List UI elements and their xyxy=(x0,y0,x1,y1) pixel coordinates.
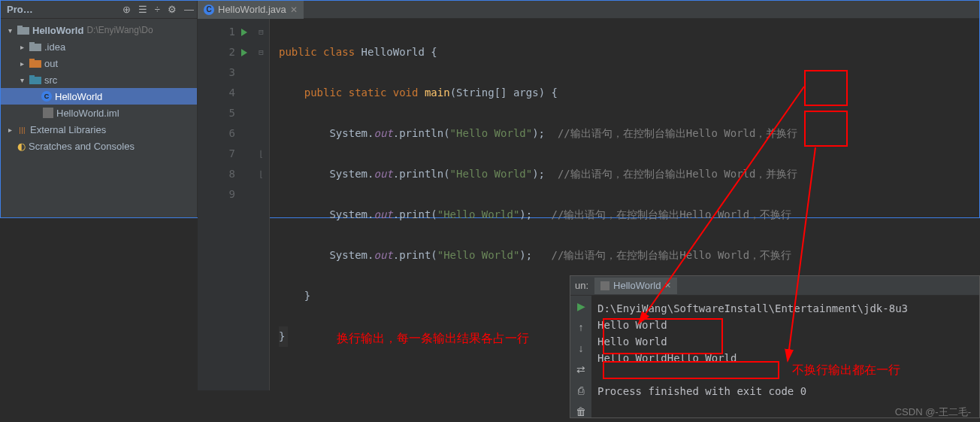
close-icon[interactable]: ✕ xyxy=(290,5,298,15)
watermark: CSDN @-王二毛- xyxy=(895,405,971,419)
annotation-text: 换行输出，每一条输出结果各占一行 xyxy=(337,331,529,347)
rerun-icon[interactable]: ▶ xyxy=(577,300,585,312)
folder-icon xyxy=(29,41,41,52)
tree-item[interactable]: ▸ .idea xyxy=(1,38,197,55)
app-icon xyxy=(600,281,609,290)
trash-icon[interactable]: 🗑 xyxy=(576,405,586,417)
svg-rect-7 xyxy=(29,75,35,78)
annotation-box xyxy=(603,361,779,379)
project-icon xyxy=(17,25,29,35)
annotation-box xyxy=(804,70,848,106)
annotation-text: 不换行输出都在一行 xyxy=(792,363,900,378)
line-gutter: 1 2 3 4 5 6 7 8 9 xyxy=(198,19,253,390)
close-icon[interactable]: ✕ xyxy=(664,281,671,290)
collapse-icon[interactable]: ÷ xyxy=(155,4,160,15)
run-toolbar: ▶ ↑ ↓ ⇄ ⎙ 🗑 xyxy=(570,296,591,417)
locate-icon[interactable]: ⊕ xyxy=(122,4,131,15)
code-editor: C HelloWorld.java ✕ 1 2 3 4 5 6 7 8 9 ⊟⊟… xyxy=(198,1,979,217)
run-gutter-icon[interactable] xyxy=(241,29,247,36)
stop-icon[interactable]: ↑ xyxy=(579,321,584,333)
svg-rect-5 xyxy=(29,59,35,62)
editor-tab[interactable]: C HelloWorld.java ✕ xyxy=(198,1,304,19)
gear-icon[interactable]: ⚙ xyxy=(168,4,177,15)
project-tool-title[interactable]: Pro… xyxy=(4,4,36,15)
project-root[interactable]: ▾ HelloWorld D:\EnyiWang\Do xyxy=(1,22,197,38)
svg-rect-3 xyxy=(29,42,35,45)
java-class-icon: C xyxy=(41,91,52,102)
run-tab[interactable]: HelloWorld ✕ xyxy=(594,278,677,294)
annotation-box xyxy=(603,318,723,354)
run-gutter-icon[interactable] xyxy=(241,49,247,56)
annotation-box xyxy=(804,111,848,147)
folder-icon xyxy=(29,74,41,85)
run-label: un: xyxy=(575,280,588,291)
svg-rect-1 xyxy=(17,26,23,29)
scroll-icon[interactable]: ⎙ xyxy=(578,384,584,396)
tree-item[interactable]: HelloWorld.iml xyxy=(1,105,197,121)
java-class-icon: C xyxy=(204,5,214,15)
library-icon: ⫼ xyxy=(17,124,27,135)
folder-icon xyxy=(29,58,41,68)
external-libraries[interactable]: ▸ ⫼ External Libraries xyxy=(1,121,197,138)
console-output[interactable]: D:\EnyiWang\SoftwareInstall\Entertainmen… xyxy=(591,296,979,417)
project-sidebar: Pro… ⊕ ☰ ÷ ⚙ — ▾ HelloWorld D:\EnyiWang\… xyxy=(1,1,198,217)
iml-icon xyxy=(43,108,53,118)
wrap-icon[interactable]: ⇄ xyxy=(576,363,585,375)
tree-item[interactable]: ▾ src xyxy=(1,71,197,88)
expand-icon[interactable]: ☰ xyxy=(138,4,147,15)
scratches-icon: ◐ xyxy=(17,141,26,152)
tree-item-selected[interactable]: C HelloWorld xyxy=(1,88,197,105)
hide-icon[interactable]: — xyxy=(184,4,194,15)
down-icon[interactable]: ↓ xyxy=(579,342,584,354)
fold-column: ⊟⊟⌊⌊ xyxy=(253,19,270,390)
scratches[interactable]: ▸ ◐ Scratches and Consoles xyxy=(1,138,197,154)
tree-item[interactable]: ▸ out xyxy=(1,55,197,71)
